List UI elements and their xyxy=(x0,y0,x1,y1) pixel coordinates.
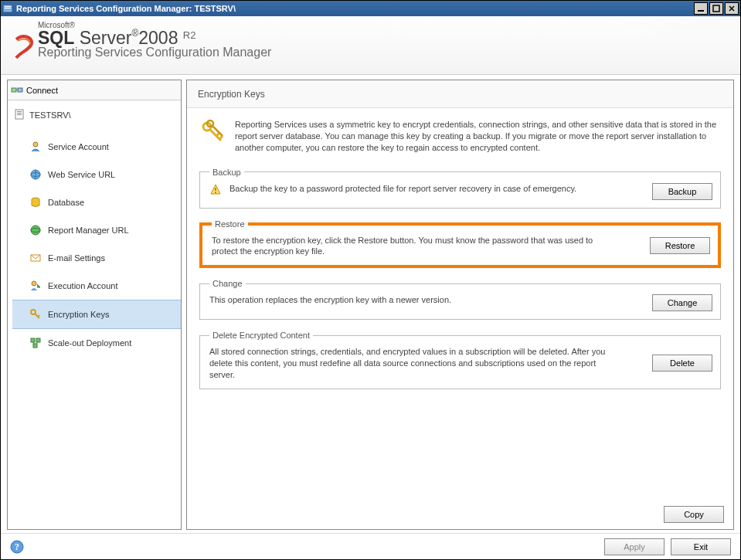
apply-button[interactable]: Apply xyxy=(604,538,665,555)
copy-button[interactable]: Copy xyxy=(664,506,724,523)
svg-rect-2 xyxy=(5,8,11,8)
connect-label: Connect xyxy=(26,86,58,95)
restore-legend: Restore xyxy=(212,219,248,229)
svg-rect-27 xyxy=(36,338,40,342)
change-button[interactable]: Change xyxy=(652,294,712,311)
report-manager-icon xyxy=(29,224,42,236)
close-button[interactable] xyxy=(725,2,739,15)
restore-button[interactable]: Restore xyxy=(650,237,710,254)
maximize-button[interactable] xyxy=(709,2,723,15)
content-pane: Encryption Keys Reporting Services uses … xyxy=(186,80,734,530)
server-icon xyxy=(14,108,26,122)
change-text: This operation replaces the encryption k… xyxy=(209,294,611,306)
sidebar-item-service-account[interactable]: Service Account xyxy=(12,133,181,161)
window-buttons xyxy=(694,2,739,15)
app-icon xyxy=(2,3,13,14)
svg-rect-11 xyxy=(17,111,22,112)
minimize-button[interactable] xyxy=(694,2,708,15)
delete-legend: Delete Encrypted Content xyxy=(209,331,313,340)
backup-legend: Backup xyxy=(209,168,244,177)
sidebar-item-label: E-mail Settings xyxy=(48,253,105,263)
service-account-icon xyxy=(29,141,42,153)
database-icon xyxy=(29,196,42,209)
connect-icon xyxy=(11,83,23,97)
delete-text: All stored connection strings, credentia… xyxy=(209,346,611,381)
backup-text: Backup the key to a password protected f… xyxy=(229,183,631,195)
warning-icon xyxy=(209,183,222,195)
svg-rect-28 xyxy=(33,344,37,348)
server-node[interactable]: TESTSRV\ xyxy=(12,105,181,125)
sidebar-item-label: Execution Account xyxy=(48,281,118,290)
sidebar-item-label: Scale-out Deployment xyxy=(48,338,131,348)
sidebar-item-label: Report Manager URL xyxy=(48,226,129,235)
svg-point-38 xyxy=(215,192,216,193)
sidebar-item-label: Web Service URL xyxy=(48,170,115,179)
backup-group: Backup Backup the key to a password prot… xyxy=(199,168,721,209)
web-service-icon xyxy=(29,168,42,181)
sidebar-item-report-manager-url[interactable]: Report Manager URL xyxy=(12,216,181,244)
help-icon[interactable]: ? xyxy=(10,540,24,554)
svg-text:?: ? xyxy=(15,541,19,552)
backup-button[interactable]: Backup xyxy=(652,183,712,200)
svg-rect-8 xyxy=(18,88,22,92)
delete-button[interactable]: Delete xyxy=(652,355,712,372)
restore-text: To restore the encryption key, click the… xyxy=(212,235,614,258)
delete-group: Delete Encrypted Content All stored conn… xyxy=(199,331,721,389)
product-header: Microsoft® SQL Server®2008 R2 Reporting … xyxy=(1,16,740,75)
execution-account-icon xyxy=(29,280,42,292)
sidebar-item-execution-account[interactable]: Execution Account xyxy=(12,272,181,300)
sidebar-item-web-service-url[interactable]: Web Service URL xyxy=(12,161,181,188)
intro-text: Reporting Services uses a symmetric key … xyxy=(235,119,721,154)
svg-line-25 xyxy=(38,315,39,317)
window-titlebar: Reporting Services Configuration Manager… xyxy=(1,1,740,16)
svg-rect-26 xyxy=(31,338,35,342)
svg-rect-13 xyxy=(17,114,22,115)
svg-point-14 xyxy=(33,142,38,147)
change-group: Change This operation replaces the encry… xyxy=(199,279,721,320)
sql-server-logo-icon xyxy=(13,35,35,61)
content-title: Encryption Keys xyxy=(187,80,733,108)
window-title: Reporting Services Configuration Manager… xyxy=(16,4,694,13)
svg-rect-1 xyxy=(5,6,11,7)
svg-rect-3 xyxy=(698,10,704,12)
sidebar-item-label: Service Account xyxy=(48,142,109,151)
sidebar-item-label: Encryption Keys xyxy=(48,310,109,319)
keys-large-icon xyxy=(199,119,226,145)
sidebar-item-database[interactable]: Database xyxy=(12,188,181,216)
svg-rect-4 xyxy=(713,5,719,12)
sidebar-item-scale-out-deployment[interactable]: Scale-out Deployment xyxy=(12,329,181,357)
sidebar: Connect TESTSRV\ Service Account Web Ser… xyxy=(7,80,182,530)
restore-group: Restore To restore the encryption key, c… xyxy=(199,219,721,269)
exit-button[interactable]: Exit xyxy=(671,538,731,555)
change-legend: Change xyxy=(209,279,246,288)
connect-button[interactable]: Connect xyxy=(8,80,181,100)
server-label: TESTSRV\ xyxy=(29,110,71,120)
svg-rect-12 xyxy=(17,113,22,114)
svg-point-22 xyxy=(32,281,36,286)
bottom-bar: ? Apply Exit xyxy=(1,533,740,559)
svg-rect-7 xyxy=(12,88,16,92)
scale-out-icon xyxy=(29,337,42,349)
svg-point-19 xyxy=(31,226,40,235)
email-icon xyxy=(29,252,42,264)
key-icon xyxy=(29,308,42,321)
sidebar-item-email-settings[interactable]: E-mail Settings xyxy=(12,244,181,272)
sidebar-item-encryption-keys[interactable]: Encryption Keys xyxy=(12,300,181,329)
sidebar-item-label: Database xyxy=(48,198,84,207)
